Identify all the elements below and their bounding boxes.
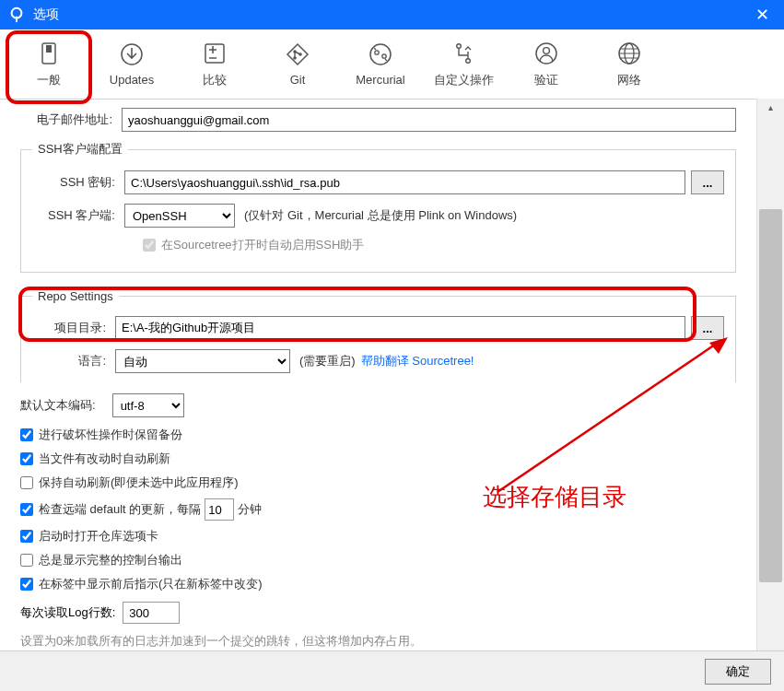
fullconsole-label: 总是显示完整的控制台输出 — [39, 552, 182, 568]
title-bar: 选项 ✕ — [0, 0, 784, 29]
tab-general[interactable]: 一般 — [7, 29, 90, 99]
scrollbar[interactable]: ▴ — [756, 99, 784, 650]
encoding-label: 默认文本编码: — [20, 397, 105, 414]
svg-rect-3 — [46, 45, 52, 53]
project-dir-input[interactable] — [115, 316, 685, 340]
svg-rect-1 — [16, 17, 18, 22]
custom-actions-icon — [451, 41, 476, 66]
fullconsole-checkbox[interactable] — [20, 554, 33, 567]
checkremote-checkbox[interactable] — [20, 503, 33, 516]
tabindicator-checkbox[interactable] — [20, 578, 33, 591]
tabindicator-label: 在标签中显示前后指示(只在新标签中改变) — [39, 576, 263, 592]
git-icon — [285, 41, 310, 67]
svg-point-12 — [457, 43, 462, 48]
help-translate-link[interactable]: 帮助翻译 Sourcetree! — [361, 353, 474, 369]
ssh-auto-checkbox — [143, 239, 156, 252]
ssh-auto-label: 在Sourcetree打开时自动启用SSH助手 — [161, 237, 364, 253]
dialog-footer: 确定 — [0, 650, 784, 691]
general-icon — [36, 41, 62, 66]
diff-icon — [202, 41, 228, 66]
download-icon — [119, 41, 145, 67]
email-input[interactable] — [122, 108, 736, 132]
project-dir-label: 项目目录: — [32, 320, 115, 336]
checkremote-pre: 检查远端 default 的更新，每隔 — [39, 501, 201, 518]
svg-point-10 — [375, 51, 379, 54]
mercurial-icon — [368, 41, 393, 67]
svg-point-13 — [466, 58, 471, 63]
scroll-up-icon[interactable]: ▴ — [757, 99, 784, 115]
log-hint: 设置为0来加载所有的日志并加速到一个提交的跳转，但这将增加内存占用。 — [20, 633, 736, 650]
keeprefresh-label: 保持自动刷新(即便未选中此应用程序) — [39, 474, 239, 491]
tab-mercurial[interactable]: Mercurial — [339, 29, 422, 99]
tab-git[interactable]: Git — [256, 29, 339, 99]
svg-point-9 — [370, 44, 391, 64]
svg-point-15 — [544, 47, 550, 53]
ssh-key-browse-button[interactable]: ... — [691, 170, 724, 194]
opentab-checkbox[interactable] — [20, 530, 33, 543]
backup-label: 进行破坏性操作时保留备份 — [39, 427, 182, 443]
encoding-select[interactable]: utf-8 — [112, 393, 184, 417]
autorefresh-checkbox[interactable] — [20, 452, 33, 465]
repo-legend: Repo Settings — [32, 289, 119, 303]
repo-fieldset: Repo Settings 项目目录: ... 语言: 自动 (需要重启) 帮助… — [20, 289, 736, 382]
scrollbar-thumb[interactable] — [759, 209, 782, 582]
close-button[interactable]: ✕ — [747, 0, 777, 29]
ok-button[interactable]: 确定 — [705, 659, 771, 685]
checkremote-minutes-input[interactable] — [205, 498, 234, 521]
user-icon — [533, 41, 559, 66]
ssh-client-label: SSH 客户端: — [32, 207, 124, 224]
tab-diff[interactable]: 比较 — [173, 29, 256, 99]
svg-point-11 — [382, 54, 386, 58]
language-select[interactable]: 自动 — [115, 349, 290, 373]
content-area: 电子邮件地址: SSH客户端配置 SSH 密钥: ... SSH 客户端: Op… — [6, 99, 751, 650]
checkremote-post: 分钟 — [238, 501, 262, 518]
keeprefresh-checkbox[interactable] — [20, 476, 33, 489]
svg-rect-5 — [205, 44, 224, 63]
ssh-legend: SSH客户端配置 — [32, 141, 128, 158]
autorefresh-label: 当文件有改动时自动刷新 — [39, 451, 170, 467]
log-lines-input[interactable] — [123, 602, 180, 624]
window-title: 选项 — [33, 6, 747, 23]
ssh-client-select[interactable]: OpenSSH — [124, 204, 235, 228]
tab-custom-actions[interactable]: 自定义操作 — [422, 29, 505, 99]
language-label: 语言: — [32, 353, 115, 369]
ssh-client-note: (仅针对 Git，Mercurial 总是使用 Plink on Windows… — [244, 207, 517, 224]
ssh-fieldset: SSH客户端配置 SSH 密钥: ... SSH 客户端: OpenSSH (仅… — [20, 141, 736, 273]
globe-icon — [616, 41, 642, 66]
restart-note: (需要重启) — [299, 353, 356, 369]
project-dir-browse-button[interactable]: ... — [691, 316, 724, 340]
ssh-key-label: SSH 密钥: — [32, 174, 124, 191]
backup-checkbox[interactable] — [20, 428, 33, 441]
ssh-key-input[interactable] — [124, 170, 685, 194]
tab-bar: 一般 Updates 比较 Git Mercurial 自定义操作 验证 — [0, 29, 784, 100]
opentab-label: 启动时打开仓库选项卡 — [39, 528, 158, 545]
tab-updates[interactable]: Updates — [90, 29, 173, 99]
annotation-text: 选择存储目录 — [483, 481, 626, 513]
log-lines-label: 每次读取Log行数: — [20, 604, 115, 621]
tab-auth[interactable]: 验证 — [505, 29, 588, 99]
app-icon — [7, 6, 26, 24]
email-label: 电子邮件地址: — [20, 111, 122, 128]
tab-network[interactable]: 网络 — [588, 29, 671, 99]
